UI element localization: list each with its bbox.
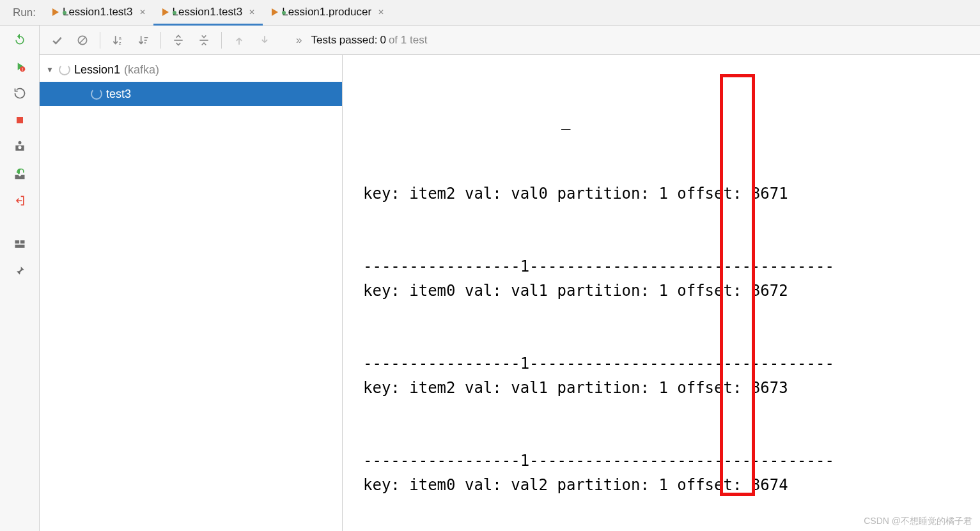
console-line: [363, 303, 980, 327]
tree-node-label: Lession1: [74, 63, 120, 77]
chevron-down-icon[interactable]: ▼: [46, 65, 55, 74]
svg-text:z: z: [119, 40, 121, 45]
run-gutter: !: [0, 26, 40, 531]
svg-rect-15: [199, 40, 208, 41]
svg-rect-5: [20, 240, 24, 243]
toolbar-separator: [100, 32, 100, 49]
tree-node-test3[interactable]: test3: [40, 82, 342, 106]
run-main: az »: [40, 26, 980, 531]
dump-threads-button[interactable]: [12, 139, 27, 155]
svg-line-8: [79, 37, 86, 43]
toolbar-separator: [221, 32, 222, 49]
console-line: key: item0 val: val1 partition: 1 offset…: [363, 279, 980, 303]
toolbar-separator: [160, 32, 161, 49]
tree-node-qualifier: (kafka): [124, 63, 159, 77]
console-line: -----------------1----------------------…: [363, 351, 980, 376]
tab-lession1-producer[interactable]: Lession1.producer ✕: [263, 0, 392, 26]
console-line: [363, 327, 980, 351]
svg-point-3: [18, 146, 21, 149]
show-passed-button[interactable]: [46, 30, 68, 50]
tab-title: Lession1.producer: [282, 6, 371, 19]
svg-rect-11: [144, 37, 148, 38]
svg-rect-2: [17, 117, 23, 123]
spinner-icon: [59, 64, 70, 75]
rerun-button[interactable]: [12, 32, 27, 47]
tab-lession1-test3-1[interactable]: Lession1.test3 ✕: [43, 0, 153, 26]
collapse-all-button[interactable]: [193, 30, 215, 50]
test-status: Tests passed: 0 of 1 test: [311, 34, 427, 47]
run-label: Run:: [0, 6, 43, 19]
status-suffix: of 1 test: [389, 34, 427, 47]
more-chevron[interactable]: »: [296, 34, 302, 47]
console-line: -----------------1----------------------…: [363, 254, 980, 279]
console-line: key: item2 val: val1 partition: 1 offset…: [363, 376, 980, 400]
rerun-failed-button[interactable]: !: [12, 59, 27, 74]
close-icon[interactable]: ✕: [375, 8, 387, 17]
console-line: _: [363, 109, 980, 133]
tab-title: Lession1.test3: [173, 6, 243, 19]
console-output[interactable]: _ key: item2 val: val0 partition: 1 offs…: [343, 55, 980, 531]
tab-title: Lession1.test3: [63, 6, 133, 19]
watermark: CSDN @不想睡觉的橘子君: [864, 516, 972, 527]
import-tests-button[interactable]: [12, 166, 27, 181]
console-line: [363, 424, 980, 449]
test-run-icon: [162, 8, 169, 16]
svg-rect-12: [144, 40, 147, 41]
console-line: [363, 230, 980, 254]
svg-rect-6: [15, 245, 24, 248]
toggle-auto-test-button[interactable]: [12, 86, 27, 101]
test-run-icon: [272, 8, 278, 16]
status-prefix: Tests passed:: [311, 34, 377, 47]
stop-button[interactable]: [12, 112, 27, 128]
test-tree[interactable]: ▼ Lession1 (kafka) test3: [40, 55, 343, 531]
previous-failed-button[interactable]: [228, 30, 250, 50]
close-icon[interactable]: ✕: [137, 8, 148, 17]
console-line: key: item0 val: val2 partition: 1 offset…: [363, 473, 980, 497]
sort-alphabetically-button[interactable]: az: [107, 30, 128, 50]
close-icon[interactable]: ✕: [246, 8, 258, 17]
run-tabs-row: Run: Lession1.test3 ✕ Lession1.test3 ✕ L…: [0, 0, 980, 26]
console-line: key: item2 val: val0 partition: 1 offset…: [363, 181, 980, 206]
exit-button[interactable]: [12, 193, 27, 208]
tree-node-lession1[interactable]: ▼ Lession1 (kafka): [40, 58, 342, 82]
console-line: [363, 400, 980, 424]
spinner-icon: [91, 88, 102, 100]
svg-rect-4: [15, 240, 19, 243]
show-ignored-button[interactable]: [72, 30, 93, 50]
test-toolbar: az »: [40, 26, 980, 55]
tree-node-label: test3: [106, 88, 131, 101]
status-count: 0: [380, 34, 385, 47]
tab-lession1-test3-2[interactable]: Lession1.test3 ✕: [153, 0, 263, 26]
svg-rect-14: [174, 40, 182, 41]
next-failed-button[interactable]: [254, 30, 276, 50]
test-run-icon: [52, 8, 59, 16]
layout-button[interactable]: [12, 236, 27, 252]
pin-button[interactable]: [12, 263, 27, 279]
console-line: -----------------1----------------------…: [363, 449, 980, 473]
console-line: [363, 206, 980, 230]
svg-text:!: !: [22, 67, 23, 72]
sort-by-duration-button[interactable]: [132, 30, 154, 50]
expand-all-button[interactable]: [167, 30, 189, 50]
svg-rect-13: [144, 42, 146, 43]
